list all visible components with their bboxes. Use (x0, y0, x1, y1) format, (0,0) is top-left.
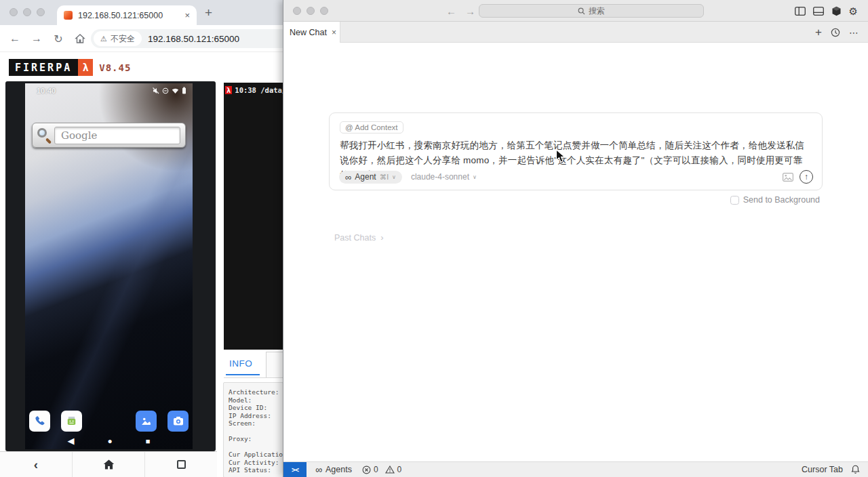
close-window-button[interactable] (293, 7, 301, 15)
device-terminal[interactable]: λ 10:38 /data/ (224, 83, 283, 350)
browser-tab-strip: 192.168.50.121:65000 × + (0, 0, 283, 25)
chat-history-icon[interactable] (831, 28, 840, 37)
cursor-ide-window: ← → 搜索 ⚙ New Chat × + ⋯ @ Add Context 帮我… (283, 0, 868, 477)
mouse-pointer (555, 149, 566, 163)
info-field: Cur Application: (229, 451, 283, 459)
mute-icon (153, 87, 159, 94)
tab-close-icon[interactable]: × (184, 10, 190, 20)
browser-traffic-lights[interactable] (9, 8, 45, 16)
minimize-window-button[interactable] (307, 7, 315, 15)
phone-mirror-frame: 10:40 Google (5, 81, 216, 451)
forward-button[interactable]: → (27, 25, 46, 52)
extensions-cube-icon[interactable] (831, 6, 842, 16)
magnifier-icon (36, 127, 52, 144)
browser-toolbar: ← → ↻ ⚠ 不安全 192.168.50.121:65000 (0, 25, 283, 52)
tab-close-icon[interactable]: × (332, 28, 336, 37)
google-search-input[interactable]: Google (54, 127, 180, 144)
chevron-right-icon: › (380, 232, 383, 243)
agents-status-item[interactable]: ∞ Agents (315, 464, 352, 475)
cursor-title-bar: ← → 搜索 ⚙ (283, 0, 868, 22)
close-window-button[interactable] (9, 8, 18, 16)
notifications-bell-icon[interactable] (851, 465, 860, 474)
site-favicon-icon (64, 11, 73, 20)
reload-button[interactable]: ↻ (49, 25, 68, 52)
search-icon (578, 7, 585, 15)
layout-controls: ⚙ (795, 0, 858, 22)
home-button[interactable] (71, 25, 90, 52)
warning-icon (385, 465, 395, 474)
lambda-logo-icon: λ (78, 59, 93, 76)
attach-image-icon[interactable] (783, 173, 793, 182)
wifi-icon (172, 87, 179, 94)
toggle-panel-icon[interactable] (813, 7, 824, 16)
remote-nav-bar: ‹ (0, 451, 217, 477)
zoom-window-button[interactable] (320, 7, 328, 15)
chat-input-card[interactable]: @ Add Context 帮我打开小红书，搜索南京好玩的地方，给第五个笔记点赞… (329, 112, 823, 190)
remote-home-button[interactable] (73, 452, 145, 477)
send-to-background-option: Send to Background (730, 195, 820, 205)
remote-back-button[interactable]: ‹ (0, 452, 73, 477)
info-field: Cur Activity: (229, 459, 283, 467)
add-context-chip[interactable]: @ Add Context (340, 121, 403, 133)
command-search-bar[interactable]: 搜索 (479, 4, 704, 18)
cursor-traffic-lights[interactable] (293, 7, 328, 15)
more-actions-icon[interactable]: ⋯ (849, 27, 859, 38)
new-chat-button[interactable]: + (815, 26, 822, 39)
not-secure-warning-icon: ⚠ (100, 35, 107, 43)
phone-status-icons (153, 87, 186, 94)
tab-next-partial[interactable] (266, 352, 283, 377)
minimize-window-button[interactable] (23, 8, 31, 16)
gallery-app-icon[interactable] (136, 411, 157, 432)
browser-tab-title: 192.168.50.121:65000 (78, 11, 179, 20)
phone-dock (25, 411, 193, 432)
info-field-blank (229, 428, 283, 436)
android-nav-bar: ◀ ● ■ (25, 436, 193, 446)
chevron-down-icon: ∨ (473, 174, 477, 180)
past-chats-link[interactable]: Past Chats › (334, 232, 383, 243)
phone-screen[interactable]: 10:40 Google (25, 83, 193, 449)
info-field: Device ID: (229, 404, 283, 412)
send-to-background-checkbox[interactable] (730, 196, 739, 205)
cursor-tab-status-item[interactable]: Cursor Tab (802, 465, 843, 474)
back-button[interactable]: ← (5, 25, 24, 52)
browser-window: 192.168.50.121:65000 × + ← → ↻ ⚠ 不安全 192… (0, 0, 283, 477)
android-home-button[interactable]: ● (108, 436, 113, 446)
settings-gear-icon[interactable]: ⚙ (849, 6, 858, 16)
chat-tab-bar: New Chat × + ⋯ (283, 22, 868, 43)
android-recents-button[interactable]: ■ (146, 437, 151, 445)
error-count: 0 (374, 465, 378, 474)
warning-count: 0 (397, 465, 402, 474)
browser-tab[interactable]: 192.168.50.121:65000 × (57, 5, 197, 25)
send-button[interactable]: ↑ (800, 170, 813, 184)
info-field: Proxy: (229, 435, 283, 443)
problems-status-item[interactable]: 0 0 (362, 465, 401, 474)
model-selector[interactable]: claude-4-sonnet ∨ (411, 172, 477, 182)
tab-new-chat[interactable]: New Chat × (283, 22, 340, 43)
phone-status-bar: 10:40 (25, 83, 193, 98)
new-tab-button[interactable]: + (205, 5, 212, 20)
camera-app-icon[interactable] (167, 411, 189, 432)
remote-recents-button[interactable] (145, 452, 217, 477)
info-tabs-divider (224, 377, 283, 378)
android-back-button[interactable]: ◀ (68, 436, 75, 446)
phone-app-icon[interactable] (29, 411, 50, 432)
security-chip[interactable]: ⚠ 不安全 (94, 31, 142, 46)
toggle-primary-sidebar-icon[interactable] (795, 7, 806, 16)
zoom-window-button[interactable] (37, 8, 45, 16)
chat-input-toolbar: ∞ Agent ⌘I ∨ claude-4-sonnet ∨ ↑ (339, 170, 813, 184)
google-search-widget[interactable]: Google (32, 123, 186, 148)
url-bar[interactable]: ⚠ 不安全 192.168.50.121:65000 (91, 29, 283, 48)
history-back-button[interactable]: ← (446, 0, 456, 22)
remote-indicator-badge[interactable]: >< (283, 462, 307, 477)
agent-mode-selector[interactable]: ∞ Agent ⌘I ∨ (339, 171, 402, 184)
messages-app-icon[interactable] (61, 411, 82, 432)
tab-info[interactable]: INFO (229, 358, 252, 369)
info-field: IP Address: (229, 412, 283, 420)
history-forward-button[interactable]: → (465, 0, 475, 22)
security-label: 不安全 (111, 33, 135, 45)
url-text: 192.168.50.121:65000 (148, 34, 239, 44)
do-not-disturb-icon (162, 87, 169, 94)
info-field: Screen: (229, 419, 283, 428)
chat-tab-actions: + ⋯ (815, 22, 859, 43)
send-to-background-label: Send to Background (743, 195, 820, 205)
